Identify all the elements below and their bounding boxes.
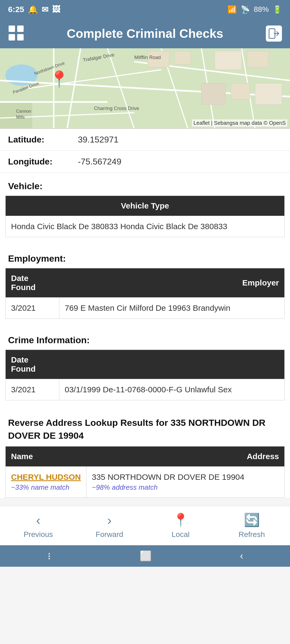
refresh-icon: 🔄 [244,513,260,528]
signal-icon: 📡 [241,5,250,14]
crime-section-title: Crime Information: [0,327,290,350]
employment-employer: 769 E Masten Cir Milford De 19963 Brandy… [59,298,285,319]
local-icon: 📍 [173,513,189,528]
map-area: Trafalgar Drive Milfflin Road Paradee Dr… [0,48,290,129]
status-left: 6:25 🔔 ✉ 🖼 [8,5,60,14]
local-label: Local [172,530,190,539]
refresh-label: Refresh [238,530,265,539]
vehicle-type-header: Vehicle Type [6,196,285,216]
svg-rect-1 [17,25,24,32]
vehicle-table: Vehicle Type Honda Civic Black De 380833… [5,196,285,237]
longitude-row: Longitude: -75.567249 [0,151,290,173]
menu-button[interactable]: ⫶ [47,550,52,562]
content-area: Latitude: 39.152971 Longitude: -75.56724… [0,129,290,498]
employment-table: Date Found Employer 3/2021 769 E Masten … [5,268,285,319]
svg-rect-21 [175,51,191,64]
previous-button[interactable]: ‹ Previous [14,513,63,539]
previous-label: Previous [24,530,53,539]
map-svg: Trafalgar Drive Milfflin Road Paradee Dr… [0,48,290,129]
image-icon: 🖼 [52,5,60,14]
svg-rect-24 [201,83,226,105]
nav-bar: Complete Criminal Checks [0,19,290,48]
vehicle-row: Honda Civic Black De 380833 Honda Civic … [6,216,285,237]
crime-date: 3/2021 [6,379,59,400]
svg-rect-3 [17,34,24,41]
lookup-address: 335 NORTHDOWN DR DOVER DE 19904 [92,473,244,481]
battery-text: 88% [254,5,269,14]
wifi-icon: 📶 [227,5,237,14]
latitude-row: Latitude: 39.152971 [0,129,290,151]
reverse-lookup-table: Name Address CHERYL HUDSON ~33% name mat… [5,446,285,498]
back-button[interactable]: ‹ [240,550,243,562]
reverse-lookup-title: Reverse Address Lookup Results for 335 N… [0,408,290,446]
page-title: Complete Criminal Checks [67,26,223,41]
vehicle-section-title: Vehicle: [0,173,290,196]
lookup-row: CHERYL HUDSON ~33% name match 335 NORTHD… [6,467,285,498]
time: 6:25 [8,5,24,14]
svg-rect-26 [255,83,282,105]
forward-button[interactable]: › Forward [85,513,134,539]
longitude-value: -75.567249 [78,157,121,167]
employment-row: 3/2021 769 E Masten Cir Milford De 19963… [6,298,285,319]
svg-rect-25 [231,83,250,99]
svg-text:Milfflin Road: Milfflin Road [134,55,161,60]
system-nav-bar: ⫶ ⬜ ‹ [0,545,290,567]
name-match-pct: ~33% name match [11,483,81,492]
latitude-label: Latitude: [8,135,78,145]
lookup-address-cell: 335 NORTHDOWN DR DOVER DE 19904 ~98% add… [86,467,285,498]
crime-date-header: Date Found [6,350,59,379]
svg-text:Mills: Mills [16,115,25,119]
employment-date-header: Date Found [6,268,59,298]
previous-icon: ‹ [36,513,41,528]
lookup-name-cell: CHERYL HUDSON ~33% name match [6,467,86,498]
svg-rect-0 [9,25,15,32]
crime-table: Date Found 3/2021 03/1/1999 De-11-0768-0… [5,350,285,400]
svg-text:Charring Cross Drive: Charring Cross Drive [94,106,139,111]
longitude-label: Longitude: [8,157,78,167]
status-bar: 6:25 🔔 ✉ 🖼 📶 📡 88% 🔋 [0,0,290,19]
bottom-nav: ‹ Previous › Forward 📍 Local 🔄 Refresh [0,506,290,545]
latitude-value: 39.152971 [78,135,118,145]
local-button[interactable]: 📍 Local [157,513,205,539]
employment-section-title: Employment: [0,245,290,268]
svg-rect-23 [247,51,269,67]
refresh-button[interactable]: 🔄 Refresh [228,513,276,539]
map-pin: 📍 [49,70,69,89]
lookup-name-header: Name [6,447,86,467]
forward-label: Forward [96,530,123,539]
vehicle-value: Honda Civic Black De 380833 Honda Civic … [6,216,285,237]
forward-icon: › [107,513,112,528]
svg-rect-2 [9,34,15,41]
svg-text:Cannon: Cannon [16,109,31,114]
crime-row: 3/2021 03/1/1999 De-11-0768-0000-F-G Unl… [6,379,285,400]
home-button[interactable]: ⬜ [140,550,152,562]
lookup-name-link[interactable]: CHERYL HUDSON [11,473,81,482]
battery-icon: 🔋 [273,5,282,14]
status-right: 📶 📡 88% 🔋 [227,5,282,14]
employment-date: 3/2021 [6,298,59,319]
address-match-pct: ~98% address match [92,483,279,492]
crime-info: 03/1/1999 De-11-0768-0000-F-G Unlawful S… [59,379,285,400]
message-icon: ✉ [42,5,48,14]
lookup-address-header: Address [86,447,285,467]
crime-info-header [59,350,285,379]
notification-icon: 🔔 [28,5,38,14]
grid-icon[interactable] [8,25,24,42]
map-credit: Leaflet | Sebangsa map data © OpenS [192,119,288,127]
logout-button[interactable] [266,25,282,42]
svg-rect-22 [215,51,242,70]
employment-employer-header: Employer [59,268,285,298]
